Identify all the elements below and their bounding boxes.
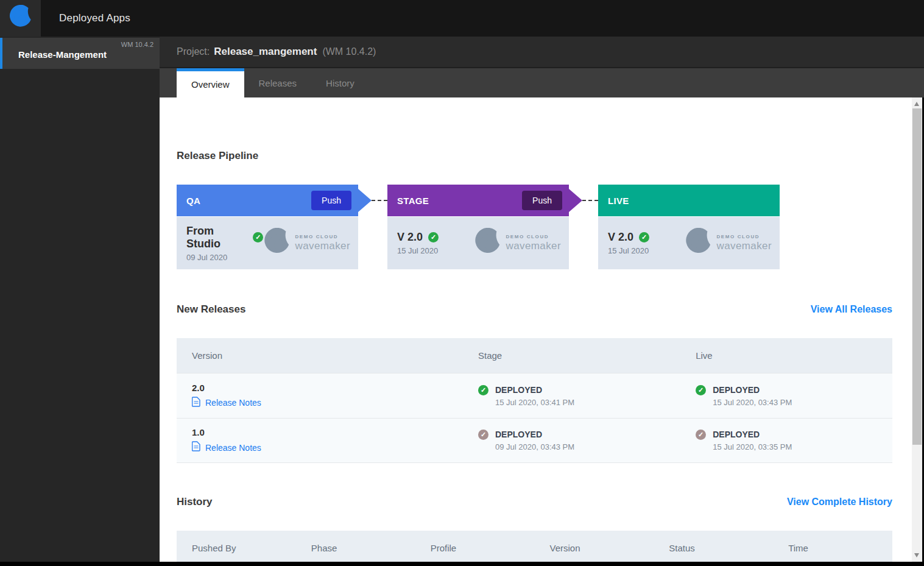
project-label: Project: <box>177 46 210 57</box>
document-icon <box>192 397 200 409</box>
check-circle-icon <box>639 232 649 242</box>
history-table-header: Pushed By Phase Profile Version Status T… <box>177 531 892 562</box>
qa-arrow-icon <box>358 189 372 212</box>
release-notes-link[interactable]: Release Notes <box>205 398 261 408</box>
qa-date: 09 Jul 2020 <box>186 253 263 262</box>
scroll-down-icon[interactable] <box>914 553 919 557</box>
overview-content: Release Pipeline QA Push From Studio <box>160 97 912 562</box>
qa-stage-name: QA <box>186 196 311 206</box>
column-status: Status <box>654 543 773 553</box>
column-pushed-by: Pushed By <box>177 543 296 553</box>
live-date: 15 Jul 2020 <box>608 246 649 255</box>
demo-cloud-label: DEMO CLOUD <box>295 234 350 239</box>
check-circle-icon <box>696 385 706 395</box>
project-header: Project: Release_mangement (WM 10.4.2) <box>160 37 924 67</box>
tab-releases[interactable]: Releases <box>244 68 312 97</box>
column-version: Version <box>177 350 463 361</box>
wavemaker-wave-icon <box>263 228 291 258</box>
stage-stage-name: STAGE <box>397 196 522 206</box>
page-title: Deployed Apps <box>59 0 130 37</box>
pipeline-card-stage: STAGE Push V 2.0 15 Jul 2020 <box>387 185 569 269</box>
tab-history[interactable]: History <box>311 68 369 97</box>
tab-overview[interactable]: Overview <box>177 68 244 97</box>
release-pipeline: QA Push From Studio 09 Jul 2020 <box>177 185 892 269</box>
new-releases-table-header: Version Stage Live <box>177 338 892 373</box>
history-heading: History <box>177 496 213 508</box>
table-row: 1.0 Release Notes DEPLOYED 09 Jul 2020, … <box>177 418 892 463</box>
column-time: Time <box>773 543 892 553</box>
history-table: Pushed By Phase Profile Version Status T… <box>177 531 892 562</box>
qa-version-label: From Studio <box>186 225 247 250</box>
pipeline-card-live: LIVE V 2.0 15 Jul 2020 <box>598 185 780 269</box>
wavemaker-label: wavemaker <box>506 240 561 252</box>
demo-cloud-logo: DEMO CLOUD wavemaker <box>685 228 772 258</box>
live-card-header: LIVE <box>598 185 780 216</box>
pipeline-card-qa: QA Push From Studio 09 Jul 2020 <box>177 185 358 269</box>
sidebar-item-label: Release-Mangement <box>18 49 107 59</box>
check-circle-icon <box>428 232 439 242</box>
table-row: 2.0 Release Notes DEPLOYED 15 Jul 2020, … <box>177 373 892 418</box>
stage-date: 15 Jul 2020 <box>397 246 439 255</box>
demo-cloud-label: DEMO CLOUD <box>716 234 772 239</box>
release-pipeline-heading: Release Pipeline <box>177 150 892 162</box>
stage-time: 09 Jul 2020, 03:43 PM <box>495 442 574 451</box>
stage-push-button[interactable]: Push <box>522 191 562 210</box>
live-stage-name: LIVE <box>608 196 773 206</box>
version-number: 1.0 <box>192 427 463 437</box>
live-card-body: V 2.0 15 Jul 2020 DEMO CLOUD wavemaker <box>598 217 780 269</box>
column-profile: Profile <box>415 543 535 553</box>
qa-card-header: QA Push <box>177 185 358 216</box>
stage-arrow-icon <box>569 189 582 212</box>
new-releases-heading: New Releases <box>177 303 245 316</box>
sidebar: WM 10.4.2 Release-Mangement <box>0 37 160 562</box>
stage-card-header: STAGE Push <box>387 185 569 216</box>
live-status: DEPLOYED <box>713 385 792 395</box>
scroll-up-icon[interactable] <box>914 102 919 106</box>
tab-bar: Overview Releases History <box>160 67 924 97</box>
column-phase: Phase <box>296 543 415 553</box>
document-icon <box>192 441 200 454</box>
project-name: Release_mangement <box>214 46 317 58</box>
demo-cloud-label: DEMO CLOUD <box>506 234 561 239</box>
live-version-label: V 2.0 <box>608 231 633 244</box>
wavemaker-label: wavemaker <box>295 240 350 252</box>
column-version: Version <box>534 543 654 553</box>
stage-connector-dots <box>582 200 598 201</box>
wavemaker-home-button[interactable] <box>0 0 41 37</box>
check-circle-icon <box>478 385 488 395</box>
stage-version-label: V 2.0 <box>397 231 423 244</box>
qa-card-body: From Studio 09 Jul 2020 DEMO CLOUD wavem… <box>177 217 358 269</box>
check-circle-icon <box>253 232 263 242</box>
scrollbar-thumb[interactable] <box>912 108 922 445</box>
check-circle-icon <box>696 430 706 440</box>
view-complete-history-link[interactable]: View Complete History <box>787 497 892 508</box>
release-notes-link[interactable]: Release Notes <box>205 443 261 453</box>
topbar: Deployed Apps <box>0 0 924 37</box>
stage-time: 15 Jul 2020, 03:41 PM <box>495 398 574 407</box>
stage-status: DEPLOYED <box>495 430 574 439</box>
project-version: (WM 10.4.2) <box>322 46 376 57</box>
project-wm-version: WM 10.4.2 <box>121 41 153 48</box>
stage-card-body: V 2.0 15 Jul 2020 DEMO CLOUD wavemaker <box>387 217 569 269</box>
live-time: 15 Jul 2020, 03:43 PM <box>713 398 792 407</box>
qa-connector-dots <box>372 200 387 201</box>
qa-push-button[interactable]: Push <box>311 191 351 210</box>
view-all-releases-link[interactable]: View All Releases <box>811 304 892 315</box>
wavemaker-logo-icon <box>9 5 33 32</box>
sidebar-item-release-mangement[interactable]: WM 10.4.2 Release-Mangement <box>0 38 160 69</box>
demo-cloud-logo: DEMO CLOUD wavemaker <box>263 228 350 258</box>
live-status: DEPLOYED <box>713 430 792 439</box>
column-live: Live <box>680 350 892 361</box>
live-time: 15 Jul 2020, 03:35 PM <box>713 442 792 451</box>
wavemaker-wave-icon <box>474 228 502 258</box>
vertical-scrollbar[interactable] <box>912 97 922 562</box>
demo-cloud-logo: DEMO CLOUD wavemaker <box>474 228 561 258</box>
check-circle-icon <box>478 430 488 440</box>
wavemaker-wave-icon <box>685 228 713 258</box>
column-stage: Stage <box>463 350 680 361</box>
wavemaker-label: wavemaker <box>716 240 772 252</box>
stage-status: DEPLOYED <box>495 385 574 395</box>
new-releases-table: Version Stage Live 2.0 Release Notes <box>177 338 892 463</box>
app-window: Deployed Apps WM 10.4.2 Release-Mangemen… <box>0 0 924 566</box>
version-number: 2.0 <box>192 383 463 393</box>
